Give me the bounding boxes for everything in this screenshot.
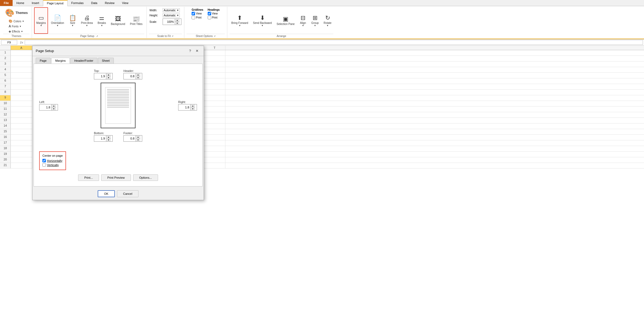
dialog-ok-cancel: OK Cancel [32, 188, 204, 200]
left-label: Left: [39, 100, 45, 104]
page-setup-dialog: Page Setup ? ✕ Page Margins Header/Foote… [32, 46, 204, 200]
print-button[interactable]: Print... [78, 174, 99, 181]
preview-line-4 [107, 94, 129, 95]
tab-sheet[interactable]: Sheet [98, 58, 114, 64]
preview-line-3 [107, 92, 129, 93]
dialog-overlay: Page Setup ? ✕ Page Margins Header/Foote… [0, 0, 644, 322]
top-input[interactable] [94, 73, 106, 79]
preview-line-7 [107, 99, 129, 100]
footer-spinbox[interactable]: ▲ ▼ [123, 135, 142, 142]
bottom-up[interactable]: ▲ [106, 136, 111, 138]
footer-margin-field: Footer: ▲ ▼ [123, 131, 142, 142]
top-spinbox[interactable]: ▲ ▼ [94, 73, 113, 79]
right-up[interactable]: ▲ [190, 104, 195, 107]
bottom-margin-field: Bottom: ▲ ▼ [94, 131, 113, 142]
dialog-tabs: Page Margins Header/Footer Sheet [32, 56, 204, 64]
left-up[interactable]: ▲ [51, 104, 56, 107]
left-margin-field: Left: ▲ ▼ [39, 100, 58, 111]
dialog-help-button[interactable]: ? [188, 48, 193, 53]
page-preview [101, 83, 136, 128]
tab-header-footer[interactable]: Header/Footer [70, 58, 97, 64]
preview-line-5 [107, 96, 129, 96]
footer-label: Footer: [123, 131, 133, 135]
dialog-title-buttons: ? ✕ [188, 48, 200, 54]
bottom-input[interactable] [94, 136, 106, 141]
dialog-title-bar: Page Setup ? ✕ [32, 46, 204, 56]
horizontally-checkbox[interactable] [42, 159, 46, 162]
right-spinbox[interactable]: ▲ ▼ [178, 104, 197, 111]
preview-line-1 [107, 89, 129, 90]
preview-line-2 [107, 91, 129, 92]
ok-button[interactable]: OK [98, 190, 115, 197]
bottom-label: Bottom: [94, 131, 104, 135]
preview-line-6 [107, 97, 129, 98]
left-spinbox[interactable]: ▲ ▼ [39, 104, 58, 111]
cancel-button[interactable]: Cancel [117, 190, 138, 197]
header-down[interactable]: ▼ [136, 76, 140, 79]
footer-input[interactable] [124, 136, 136, 141]
middle-margin-row: Left: ▲ ▼ [39, 83, 197, 128]
options-button[interactable]: Options... [133, 174, 158, 181]
horizontally-row: Horizontally [42, 159, 63, 162]
preview-line-12 [107, 107, 129, 108]
preview-line-11 [107, 105, 129, 106]
center-on-page-label: Center on page [42, 154, 63, 157]
tab-margins[interactable]: Margins [51, 58, 70, 64]
right-down[interactable]: ▼ [190, 107, 195, 110]
dialog-action-buttons: Print... Print Preview Options... [39, 174, 197, 181]
dialog-title-text: Page Setup [36, 49, 54, 53]
top-margin-row: Top: ▲ ▼ Header: ▲ [39, 69, 197, 79]
right-margin-field: Right: ▲ ▼ [178, 100, 197, 111]
page-preview-inner [105, 87, 131, 124]
preview-line-8 [107, 100, 129, 101]
header-up[interactable]: ▲ [136, 73, 140, 76]
print-preview-button[interactable]: Print Preview [101, 174, 131, 181]
left-input[interactable] [39, 104, 51, 110]
bottom-margin-row: Bottom: ▲ ▼ Footer: ▲ [39, 131, 197, 142]
right-input[interactable] [178, 104, 190, 110]
horizontally-label[interactable]: Horizontally [47, 159, 62, 162]
top-margin-field: Top: ▲ ▼ [94, 69, 113, 79]
top-down[interactable]: ▼ [106, 76, 111, 79]
preview-line-9 [107, 102, 129, 103]
vertically-label[interactable]: Vertically [47, 163, 59, 167]
tab-page[interactable]: Page [36, 58, 51, 64]
footer-down[interactable]: ▼ [136, 138, 140, 141]
header-label: Header: [123, 69, 134, 72]
left-down[interactable]: ▼ [51, 107, 56, 110]
bottom-spinbox[interactable]: ▲ ▼ [94, 135, 113, 142]
top-up[interactable]: ▲ [106, 73, 111, 76]
top-label: Top: [94, 69, 100, 72]
header-spinbox[interactable]: ▲ ▼ [123, 73, 142, 79]
bottom-down[interactable]: ▼ [106, 138, 111, 141]
header-input[interactable] [124, 73, 136, 79]
preview-line-10 [107, 104, 129, 104]
center-on-page-section: Center on page Horizontally Vertically [39, 147, 197, 170]
footer-up[interactable]: ▲ [136, 136, 140, 138]
center-on-page-box: Center on page Horizontally Vertically [39, 151, 66, 170]
right-label: Right: [178, 100, 186, 104]
vertically-row: Vertically [42, 163, 63, 167]
vertically-checkbox[interactable] [42, 163, 46, 167]
dialog-body: Top: ▲ ▼ Header: ▲ [34, 64, 203, 186]
header-margin-field: Header: ▲ ▼ [123, 69, 142, 79]
dialog-close-button[interactable]: ✕ [194, 48, 200, 54]
